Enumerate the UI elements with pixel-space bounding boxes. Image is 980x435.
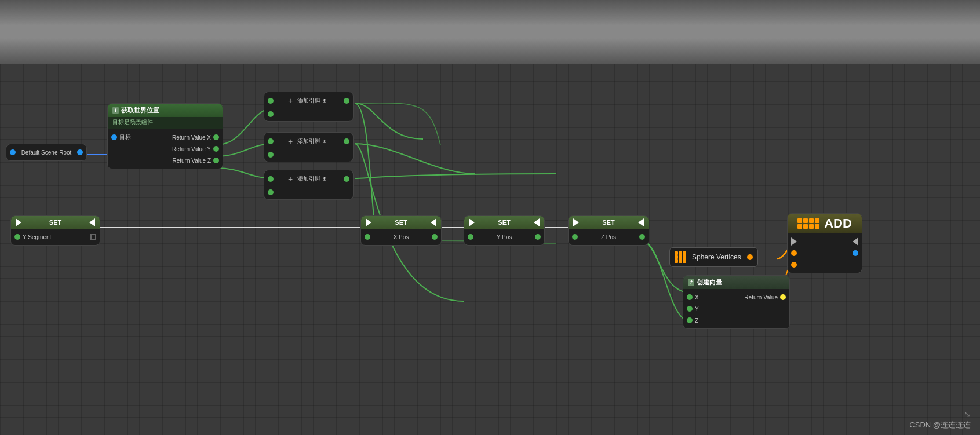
- add-operator-node[interactable]: ADD: [787, 213, 862, 273]
- set-y-pos-node[interactable]: SET Y Pos: [464, 215, 545, 246]
- watermark: CSDN @连连连连: [909, 420, 971, 430]
- set-y-exec-out[interactable]: [534, 218, 540, 226]
- make-vec-z-in[interactable]: [687, 317, 693, 323]
- default-scene-root-port-left[interactable]: [10, 149, 16, 155]
- add-node-label: ADD: [824, 216, 852, 231]
- make-vector-header: f 创建向量: [683, 276, 789, 289]
- y-segment-port-in[interactable]: [14, 234, 20, 240]
- add-pin3-left-bottom[interactable]: [268, 189, 274, 195]
- target-port[interactable]: [111, 134, 117, 140]
- x-pos-port-out[interactable]: [432, 234, 438, 240]
- make-vec-y-in[interactable]: [687, 306, 693, 312]
- add-pin1-left-top[interactable]: [268, 98, 274, 104]
- default-scene-root-port-right[interactable]: [77, 149, 83, 155]
- set-x-exec-out[interactable]: [431, 218, 436, 226]
- add-pin3-left-top[interactable]: [268, 176, 274, 182]
- set-x-pos-header: SET: [361, 216, 441, 229]
- sphere-vertices-port-out[interactable]: [747, 254, 753, 260]
- add-pin-node-1[interactable]: + 添加引脚 ⊕: [264, 92, 354, 122]
- sphere-vertices-node[interactable]: Sphere Vertices: [669, 247, 758, 267]
- make-vec-x-in[interactable]: [687, 294, 693, 300]
- add-pin2-left-top[interactable]: [268, 138, 274, 144]
- set-y-pos-header: SET: [464, 216, 544, 229]
- make-vec-return-out[interactable]: [780, 294, 786, 300]
- y-segment-port-out[interactable]: [90, 234, 96, 240]
- make-vector-f-badge: f: [688, 279, 694, 286]
- x-pos-port-in[interactable]: [365, 234, 370, 240]
- add-pin3-right[interactable]: [344, 176, 349, 182]
- set-x-pos-node[interactable]: SET X Pos: [360, 215, 442, 246]
- add-input-a[interactable]: [791, 250, 797, 256]
- add-output[interactable]: [853, 250, 858, 256]
- set-y-segment-header: SET: [11, 216, 100, 229]
- rv-z-port[interactable]: [213, 158, 219, 163]
- make-vector-node[interactable]: f 创建向量 X Return Value Y Z: [683, 275, 790, 329]
- add-node-header: ADD: [788, 214, 862, 233]
- rv-y-port[interactable]: [213, 146, 219, 152]
- default-scene-root-label: Default Scene Root: [21, 149, 72, 156]
- set-x-exec-in[interactable]: [366, 218, 371, 226]
- z-pos-port-in[interactable]: [572, 234, 578, 240]
- add-pin2-right[interactable]: [344, 138, 349, 144]
- add-exec-out[interactable]: [853, 237, 858, 246]
- add-pin1-right[interactable]: [344, 98, 349, 104]
- set-y-segment-node[interactable]: SET Y Segment: [10, 215, 100, 246]
- set-z-exec-in[interactable]: [573, 218, 579, 226]
- add-pin-node-3[interactable]: + 添加引脚 ⊕: [264, 170, 354, 200]
- sphere-vertices-grid-icon: [675, 251, 686, 263]
- set-z-exec-out[interactable]: [638, 218, 644, 226]
- top-bar: [0, 0, 980, 64]
- f-badge: f: [112, 107, 119, 114]
- add-pin1-left-bottom[interactable]: [268, 111, 274, 117]
- y-pos-port-in[interactable]: [468, 234, 473, 240]
- rv-x-port[interactable]: [213, 134, 219, 140]
- set-y-segment-exec-in[interactable]: [16, 218, 21, 226]
- z-pos-port-out[interactable]: [639, 234, 645, 240]
- y-pos-port-out[interactable]: [535, 234, 541, 240]
- add-pin-node-2[interactable]: + 添加引脚 ⊕: [264, 132, 354, 162]
- add-input-b[interactable]: [791, 262, 797, 268]
- get-world-location-node[interactable]: f 获取世界位置 目标是场景组件 目标 Return Value X Retur…: [107, 103, 223, 169]
- add-exec-in[interactable]: [791, 237, 797, 246]
- set-y-segment-exec-out[interactable]: [89, 218, 95, 226]
- add-pin2-left-bottom[interactable]: [268, 152, 274, 158]
- set-z-pos-header: SET: [569, 216, 649, 229]
- set-y-exec-in[interactable]: [469, 218, 475, 226]
- sphere-vertices-label: Sphere Vertices: [692, 253, 741, 261]
- default-scene-root-node[interactable]: Default Scene Root: [6, 144, 87, 161]
- set-z-pos-node[interactable]: SET Z Pos: [568, 215, 649, 246]
- resize-icon: ⤡: [964, 410, 971, 419]
- get-world-location-header: f 获取世界位置: [108, 104, 223, 117]
